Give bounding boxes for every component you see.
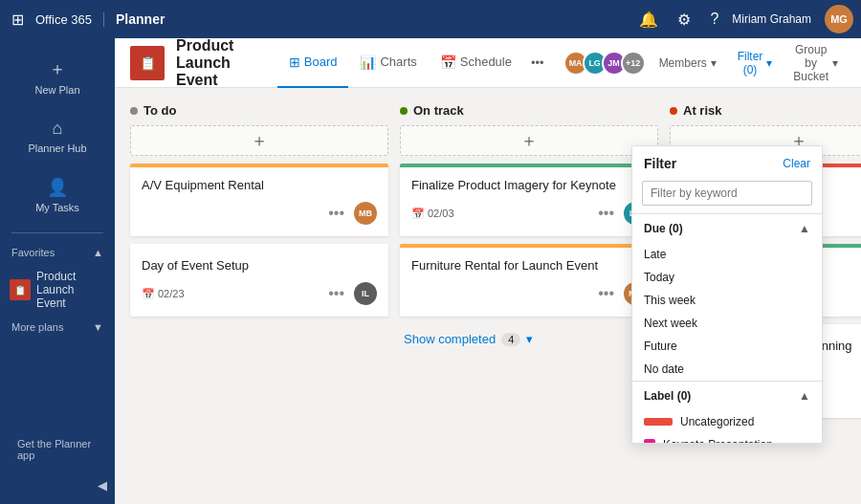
nav-item-charts[interactable]: 📊 Charts xyxy=(348,38,428,88)
filter-search-input[interactable] xyxy=(642,181,812,206)
column-todo-header: To do xyxy=(130,103,388,118)
plan-logo-icon: 📋 xyxy=(140,55,156,71)
group-by-label: Group by Bucket xyxy=(793,43,828,83)
sidebar-bottom: Get the Planner app xyxy=(0,425,115,474)
nav-item-board[interactable]: ⊞ Board xyxy=(277,38,349,88)
waffle-icon[interactable]: ⊞ xyxy=(8,7,28,33)
board-area: To do ＋ A/V Equipment Rental ••• MB xyxy=(115,88,861,504)
nav-board-label: Board xyxy=(304,55,338,69)
show-completed-count: 4 xyxy=(501,333,520,346)
sidebar-collapse-btn[interactable]: ◀ xyxy=(0,474,115,496)
home-icon: ⌂ xyxy=(53,119,63,139)
column-ontrack-title: On track xyxy=(413,103,464,118)
show-completed-label: Show completed xyxy=(404,332,496,346)
sidebar-item-planner-hub[interactable]: ⌂ Planner Hub xyxy=(4,109,111,164)
card-title: Day of Event Setup xyxy=(142,255,377,274)
filter-header: Filter Clear xyxy=(632,146,822,177)
user-name: Miriam Graham xyxy=(732,12,811,26)
card-meta: 📅 02/03 ••• LG xyxy=(411,202,647,225)
group-by-btn[interactable]: Group by Bucket ▾ xyxy=(785,39,846,87)
card-av-equipment[interactable]: A/V Equipment Rental ••• MB xyxy=(130,164,388,236)
filter-option-late[interactable]: Late xyxy=(632,243,822,266)
nav-charts-label: Charts xyxy=(380,55,416,69)
filter-option-future[interactable]: Future xyxy=(632,335,822,358)
filter-today-label: Today xyxy=(644,271,674,284)
card-more-icon[interactable]: ••• xyxy=(594,205,618,222)
avatar-more[interactable]: +12 xyxy=(621,51,646,76)
content-area: 📋 Product Launch Event ⊞ Board 📊 Charts … xyxy=(115,38,861,504)
nav-more-btn[interactable]: ••• xyxy=(523,50,552,76)
show-completed-btn[interactable]: Show completed 4 ▾ xyxy=(400,324,658,354)
card-more-icon[interactable]: ••• xyxy=(324,285,348,302)
column-ontrack-add-btn[interactable]: ＋ xyxy=(400,125,658,156)
card-more-icon[interactable]: ••• xyxy=(594,285,618,302)
members-btn[interactable]: Members ▾ xyxy=(651,53,724,74)
plan-header-right: MA LG JM +12 Members ▾ Filter (0) ▾ Grou… xyxy=(563,39,846,87)
column-todo-dot xyxy=(130,107,138,115)
schedule-icon: 📅 xyxy=(440,55,456,70)
filter-late-label: Late xyxy=(644,248,666,261)
members-label: Members xyxy=(659,56,707,70)
filter-section-label: Label (0) ▲ Uncategorized Keynote Presen… xyxy=(632,381,822,443)
filter-future-label: Future xyxy=(644,340,677,353)
sidebar-new-plan-label: New Plan xyxy=(34,84,79,96)
plan-nav: ⊞ Board 📊 Charts 📅 Schedule ••• xyxy=(277,38,552,88)
card-date: 📅 02/03 xyxy=(411,208,454,220)
sidebar-get-planner[interactable]: Get the Planner app xyxy=(8,432,107,467)
column-ontrack-header-left: On track xyxy=(400,103,464,118)
calendar-icon: 📅 xyxy=(411,208,425,220)
office-label: Office 365 xyxy=(35,12,104,27)
filter-option-uncategorized[interactable]: Uncategorized xyxy=(632,410,822,433)
nav-item-schedule[interactable]: 📅 Schedule xyxy=(429,38,523,88)
filter-title: Filter xyxy=(644,156,676,171)
card-meta: 📅 02/23 ••• IL xyxy=(142,282,377,305)
plan-logo: 📋 xyxy=(130,46,165,80)
sidebar-item-my-tasks[interactable]: 👤 My Tasks xyxy=(4,167,111,223)
filter-btn[interactable]: Filter (0) ▾ xyxy=(730,46,781,80)
column-atrisk-dot xyxy=(670,107,677,115)
filter-color-keynote xyxy=(644,439,655,443)
card-date-value: 02/03 xyxy=(428,208,454,219)
sidebar-more-plans-chevron: ▼ xyxy=(93,321,103,333)
filter-due-chevron: ▲ xyxy=(799,222,810,235)
card-day-of-event[interactable]: Day of Event Setup 📅 02/23 ••• IL xyxy=(130,244,388,317)
card-meta-left: 📅 02/03 xyxy=(411,208,454,220)
help-icon[interactable]: ? xyxy=(704,7,724,32)
card-furniture-rental[interactable]: Furniture Rental for Launch Event ••• MB xyxy=(400,244,658,317)
notification-icon[interactable]: 🔔 xyxy=(633,7,664,33)
filter-option-nodate[interactable]: No date xyxy=(632,358,822,381)
filter-clear-btn[interactable]: Clear xyxy=(783,157,810,170)
members-chevron: ▾ xyxy=(711,56,717,70)
column-todo-add-btn[interactable]: ＋ xyxy=(130,125,388,156)
column-todo-header-left: To do xyxy=(130,103,176,118)
card-avatar: MB xyxy=(354,202,377,225)
plan-icon: 📋 xyxy=(10,279,31,300)
filter-option-keynote[interactable]: Keynote Presentation xyxy=(632,433,822,443)
filter-label-chevron: ▲ xyxy=(799,389,810,403)
filter-option-today[interactable]: Today xyxy=(632,266,822,289)
card-more-icon[interactable]: ••• xyxy=(324,205,348,222)
column-atrisk-title: At risk xyxy=(683,103,721,118)
sidebar-favorites-section[interactable]: Favorites ▲ xyxy=(0,241,115,264)
settings-icon[interactable]: ⚙ xyxy=(672,7,696,33)
filter-section-label-header[interactable]: Label (0) ▲ xyxy=(632,382,822,410)
user-avatar[interactable]: MG xyxy=(825,5,853,33)
column-ontrack-dot xyxy=(400,107,408,115)
sidebar-more-plans-section[interactable]: More plans ▼ xyxy=(0,316,115,339)
filter-section-due: Due (0) ▲ Late Today This week Next week… xyxy=(632,213,822,381)
column-atrisk-header-left: At risk xyxy=(670,103,721,118)
sidebar-item-product-launch[interactable]: 📋 Product Launch Event xyxy=(0,264,115,316)
sidebar-item-new-plan[interactable]: ＋ New Plan xyxy=(4,48,111,105)
topbar: ⊞ Office 365 Planner 🔔 ⚙ ? Miriam Graham… xyxy=(0,0,861,38)
card-finalize-product[interactable]: Finalize Product Imagery for Keynote 📅 0… xyxy=(400,164,658,236)
filter-nodate-label: No date xyxy=(644,362,684,376)
app-name: Planner xyxy=(112,11,165,27)
filter-option-nextweek[interactable]: Next week xyxy=(632,312,822,335)
filter-option-thisweek[interactable]: This week xyxy=(632,289,822,312)
filter-thisweek-label: This week xyxy=(644,294,695,307)
column-todo: To do ＋ A/V Equipment Rental ••• MB xyxy=(130,103,388,489)
card-color-bar xyxy=(400,244,658,248)
filter-uncategorized-label: Uncategorized xyxy=(680,415,754,428)
sidebar-favorites-label: Favorites xyxy=(11,247,55,258)
filter-section-due-header[interactable]: Due (0) ▲ xyxy=(632,214,822,243)
